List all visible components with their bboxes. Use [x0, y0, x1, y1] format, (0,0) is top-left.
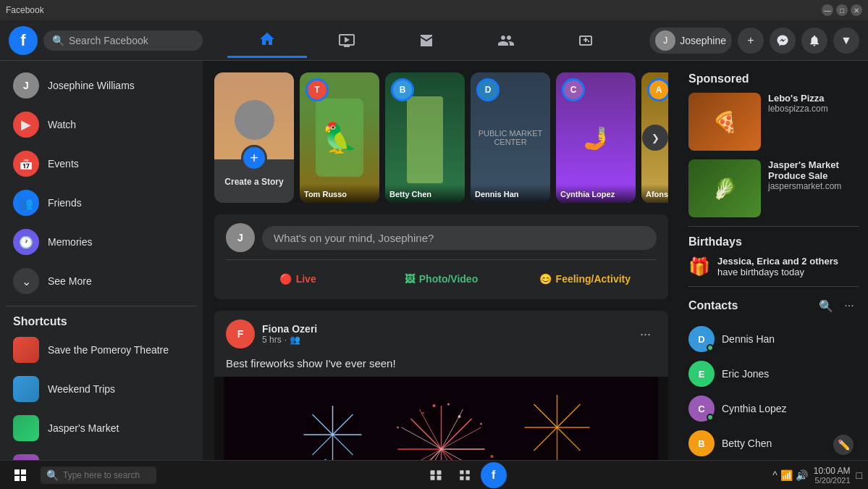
story-name-afonso: Afonso Pinto	[646, 190, 668, 198]
post-more-button[interactable]: ···	[634, 324, 657, 345]
contact-eric-jones[interactable]: E Eric Jones	[688, 356, 859, 391]
story-overlay-afonso: Afonso Pinto	[641, 184, 668, 203]
taskbar-widgets-button[interactable]	[452, 462, 478, 488]
right-divider-2	[688, 286, 859, 287]
taskbar-search-icon: 🔍	[46, 469, 59, 481]
ad-lebo-image: 🍕	[688, 93, 761, 151]
story-overlay-tom: Tom Russo	[300, 184, 379, 203]
taskbar-start-button[interactable]	[6, 461, 35, 490]
contact-cynthia-lopez[interactable]: C Cynthia Lopez	[688, 391, 859, 426]
contact-dennis-han[interactable]: D Dennis Han	[688, 322, 859, 356]
post-time: 5 hrs	[262, 335, 282, 345]
svg-point-35	[447, 404, 450, 406]
shortcut-jaspers-market[interactable]: Jasper's Market	[6, 409, 197, 447]
story-card-betty-chen[interactable]: B Betty Chen	[385, 72, 465, 203]
stories-next-button[interactable]: ❯	[642, 125, 668, 151]
story-card-tom-russo[interactable]: T 🦜 Tom Russo	[300, 72, 379, 203]
show-desktop-button[interactable]: □	[856, 469, 862, 481]
shortcut-save-pomeroy[interactable]: Save the Pomeroy Theatre	[6, 331, 197, 369]
post-feeling-button[interactable]: 😊 Feeling/Activity	[513, 267, 657, 291]
story-avatar-afonso: A	[647, 78, 668, 101]
contacts-header: Contacts 🔍 ···	[688, 296, 859, 316]
ad-jasper[interactable]: 🥬 Jasper's Market Produce Sale jaspersma…	[688, 159, 859, 217]
birthdays-section: Birthdays 🎁 Jessica, Erica and 2 others …	[688, 235, 859, 277]
story-name-betty: Betty Chen	[389, 190, 460, 198]
main-layout: J Josephine Williams ▶ Watch 📅 Events 👥 …	[0, 61, 868, 489]
svg-point-38	[480, 423, 482, 425]
post-photo-button[interactable]: 🖼 Photo/Video	[369, 267, 513, 291]
svg-point-37	[458, 415, 461, 418]
svg-rect-57	[465, 476, 469, 480]
wifi-icon[interactable]: 📶	[780, 469, 793, 481]
feeling-icon: 😊	[539, 273, 552, 285]
post-author-avatar: F	[226, 319, 255, 348]
feed: + Create a Story T 🦜 Tom Russo B	[203, 61, 680, 489]
feeling-label: Feeling/Activity	[556, 273, 631, 285]
system-tray-icon[interactable]: ^	[772, 469, 778, 481]
menu-button[interactable]: ▼	[833, 28, 859, 54]
nav-home-button[interactable]	[227, 23, 307, 58]
create-story-top: +	[214, 72, 294, 159]
nav-watch-button[interactable]	[307, 23, 387, 58]
contact-name-eric: Eric Jones	[722, 368, 769, 380]
taskbar-search[interactable]: 🔍	[41, 467, 156, 484]
story-name-cynthia: Cynthia Lopez	[560, 190, 631, 198]
post-input[interactable]: What's on your mind, Josephine?	[262, 226, 657, 250]
search-bar[interactable]: 🔍	[43, 30, 203, 51]
sidebar-item-watch[interactable]: ▶ Watch	[6, 106, 197, 143]
friends-icon: 👥	[13, 190, 39, 216]
ad-lebo[interactable]: 🍕 Lebo's Pizza lebospizza.com	[688, 93, 859, 151]
contact-name-cynthia: Cynthia Lopez	[722, 403, 787, 414]
add-button[interactable]: +	[738, 28, 764, 54]
maximize-button[interactable]: □	[836, 4, 848, 16]
sidebar-item-see-more[interactable]: ⌄ See More	[6, 262, 197, 300]
minimize-button[interactable]: —	[822, 4, 833, 16]
notifications-button[interactable]	[801, 28, 827, 54]
sidebar-profile-name: Josephine Williams	[48, 80, 135, 91]
svg-point-39	[397, 427, 399, 429]
nav-gaming-button[interactable]	[546, 23, 625, 58]
svg-rect-47	[21, 469, 26, 475]
contacts-search-button[interactable]: 🔍	[816, 296, 836, 316]
story-card-cynthia-lopez[interactable]: C 🤳 Cynthia Lopez	[556, 72, 636, 203]
ad-lebo-title: Lebo's Pizza	[768, 93, 859, 104]
search-input[interactable]	[69, 35, 194, 46]
post-actions: 🔴 Live 🖼 Photo/Video 😊 Feeling/Activity	[226, 259, 657, 291]
watch-icon: ▶	[13, 112, 39, 138]
message-compose-icon[interactable]: ✏️	[833, 435, 854, 455]
contacts-more-button[interactable]: ···	[839, 296, 859, 316]
post-separator: ·	[285, 335, 287, 345]
birthday-people: Jessica, Erica and 2 others	[717, 256, 838, 267]
taskbar-clock[interactable]: 10:00 AM 5/20/2021	[814, 466, 851, 485]
create-story-button[interactable]: +	[241, 145, 267, 171]
profile-chip[interactable]: J Josephine	[649, 28, 732, 54]
post-live-button[interactable]: 🔴 Live	[226, 267, 369, 291]
story-card-dennis-han[interactable]: D PUBLIC MARKET CENTER Dennis Han	[471, 72, 550, 203]
nav-groups-button[interactable]	[466, 23, 546, 58]
close-button[interactable]: ✕	[851, 4, 862, 16]
sidebar-item-friends[interactable]: 👥 Friends	[6, 184, 197, 222]
shortcut-weekend-trips[interactable]: Weekend Trips	[6, 370, 197, 408]
sidebar-item-events[interactable]: 📅 Events	[6, 145, 197, 183]
story-overlay-betty: Betty Chen	[385, 184, 465, 203]
taskbar-search-input[interactable]	[63, 470, 151, 480]
messenger-button[interactable]	[770, 28, 796, 54]
sidebar-item-memories[interactable]: 🕐 Memories	[6, 223, 197, 261]
taskbar-facebook-button[interactable]: f	[481, 462, 507, 488]
volume-icon[interactable]: 🔊	[796, 469, 808, 481]
birthday-icon: 🎁	[688, 256, 710, 277]
create-story-card[interactable]: + Create a Story	[214, 72, 294, 203]
svg-rect-50	[430, 470, 434, 475]
sidebar-item-profile[interactable]: J Josephine Williams	[6, 67, 197, 104]
taskbar: 🔍 f ^ 📶 🔊 10:00 AM 5/20/2021 □	[0, 460, 868, 489]
nav-marketplace-button[interactable]	[387, 23, 466, 58]
contact-betty-chen[interactable]: B Betty Chen ✏️	[688, 426, 859, 461]
svg-rect-53	[437, 475, 441, 480]
shortcuts-title: Shortcuts	[6, 312, 197, 331]
facebook-logo[interactable]: f	[9, 26, 38, 55]
shortcut-img-jaspers	[13, 415, 39, 441]
taskbar-right: ^ 📶 🔊 10:00 AM 5/20/2021 □	[772, 466, 862, 485]
sponsored-title: Sponsored	[688, 72, 859, 85]
titlebar: Facebook — □ ✕	[0, 0, 868, 20]
taskbar-task-view-button[interactable]	[423, 462, 449, 488]
